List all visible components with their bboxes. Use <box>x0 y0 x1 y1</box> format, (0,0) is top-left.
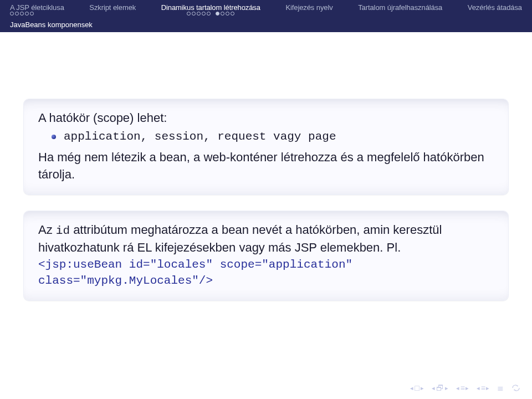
nav-prev-button[interactable]: ◂ ≡ ▸ <box>456 383 469 392</box>
bars-icon: ≣ <box>497 383 503 392</box>
nav-item-reuse[interactable]: Tartalom újrafelhasználása <box>358 3 442 19</box>
beamer-nav-controls: ◂ □ ▸ ◂ 🗗 ▸ ◂ ≡ ▸ ◂ ≡ ▸ ≣ <box>410 383 521 392</box>
slide-body: A hatókör (scope) lehet: application, se… <box>0 32 532 301</box>
nav-item-script[interactable]: Szkript elemek <box>89 3 136 19</box>
text: Az <box>38 223 56 237</box>
nav-sections: A JSP életciklusa Szkript elemek Dinamik… <box>0 0 532 19</box>
progress-dots <box>468 13 470 19</box>
nav-label: Kifejezés nyelv <box>285 3 332 12</box>
frame-icon: □ <box>415 383 419 392</box>
inline-code: id <box>56 224 70 237</box>
nav-label: Tartalom újrafelhasználása <box>358 3 442 12</box>
nav-prev-section-button[interactable]: ◂ 🗗 ▸ <box>432 383 448 392</box>
block-scope: A hatókör (scope) lehet: application, se… <box>23 99 509 195</box>
nav-label: Vezérlés átadása <box>468 3 522 12</box>
bullet-text: application, session, request vagy page <box>64 129 336 145</box>
text: attribútum meghatározza a bean nevét a h… <box>38 223 442 255</box>
progress-dots <box>89 13 91 19</box>
bars-icon: ≡ <box>481 383 485 392</box>
nav-label: Szkript elemek <box>89 3 136 12</box>
nav-end-button[interactable]: ≣ <box>497 383 503 392</box>
block-paragraph: Az id attribútum meghatározza a bean nev… <box>38 221 494 257</box>
block-lead: A hatókör (scope) lehet: <box>38 109 494 126</box>
bullet-icon <box>52 135 56 139</box>
progress-dots <box>187 12 234 16</box>
nav-item-el[interactable]: Kifejezés nyelv <box>285 3 332 19</box>
nav-subsection[interactable]: JavaBeans komponensek <box>0 19 532 32</box>
triangle-left-icon: ◂ <box>410 385 413 392</box>
triangle-right-icon: ▸ <box>486 385 489 392</box>
bars-icon: ≡ <box>461 383 464 392</box>
triangle-right-icon: ▸ <box>421 385 424 392</box>
triangle-right-icon: ▸ <box>466 385 469 392</box>
nav-item-lifecycle[interactable]: A JSP életciklusa <box>10 3 64 19</box>
triangle-left-icon: ◂ <box>477 385 480 392</box>
nav-item-control[interactable]: Vezérlés átadása <box>468 3 522 19</box>
block-id-attr: Az id attribútum meghatározza a bean nev… <box>23 211 509 301</box>
section-icon: 🗗 <box>436 383 444 392</box>
slide-header: A JSP életciklusa Szkript elemek Dinamik… <box>0 0 532 32</box>
progress-dots <box>10 12 34 16</box>
nav-subsection-label: JavaBeans komponensek <box>10 21 93 29</box>
bullet-item: application, session, request vagy page <box>38 129 494 145</box>
progress-dots <box>285 13 288 19</box>
cycle-icon <box>511 384 521 392</box>
nav-label: A JSP életciklusa <box>10 3 64 12</box>
triangle-left-icon: ◂ <box>432 385 435 392</box>
code-line: class="mypkg.MyLocales"/> <box>38 273 494 289</box>
nav-first-button[interactable]: ◂ □ ▸ <box>410 383 423 392</box>
triangle-right-icon: ▸ <box>445 385 448 392</box>
nav-cycle-button[interactable] <box>511 384 521 392</box>
nav-next-button[interactable]: ◂ ≡ ▸ <box>477 383 489 392</box>
triangle-left-icon: ◂ <box>456 385 459 392</box>
nav-item-dynamic[interactable]: Dinamikus tartalom létrehozása <box>161 3 260 19</box>
code-line: <jsp:useBean id="locales" scope="applica… <box>38 257 494 273</box>
nav-label: Dinamikus tartalom létrehozása <box>161 3 260 12</box>
progress-dots <box>358 13 360 19</box>
block-tail: Ha még nem létezik a bean, a web-konténe… <box>38 149 494 183</box>
